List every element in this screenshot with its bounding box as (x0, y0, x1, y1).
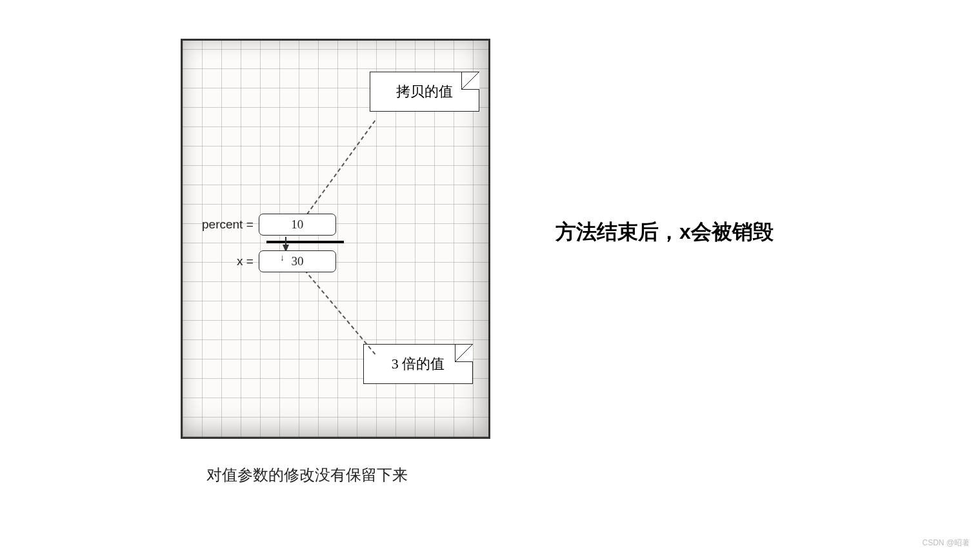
diagram-caption: 对值参数的修改没有保留下来 (206, 465, 408, 485)
percent-label: percent = (202, 217, 254, 232)
percent-value: 10 (291, 217, 303, 232)
fold-corner-icon (455, 344, 473, 362)
note-triple-value-text: 3 倍的值 (392, 354, 445, 374)
separator-line (266, 241, 344, 243)
diagram-frame: 拷贝的值 3 倍的值 percent = 10 x = ↓ 30 (181, 39, 490, 439)
percent-value-box: 10 (259, 214, 336, 236)
note-triple-value: 3 倍的值 (363, 344, 473, 384)
arrow-inside-icon: ↓ (280, 253, 285, 263)
percent-row: percent = 10 (202, 214, 336, 236)
x-value-box: ↓ 30 (259, 250, 336, 272)
side-explanation: 方法结束后，x会被销毁 (555, 218, 774, 247)
x-value: 30 (291, 254, 303, 268)
watermark: CSDN @昭著 (922, 538, 970, 549)
x-row: x = ↓ 30 (237, 250, 336, 272)
x-label: x = (237, 254, 254, 268)
note-copied-value: 拷贝的值 (370, 72, 479, 112)
fold-corner-icon (461, 72, 479, 90)
note-copied-value-text: 拷贝的值 (396, 82, 453, 101)
